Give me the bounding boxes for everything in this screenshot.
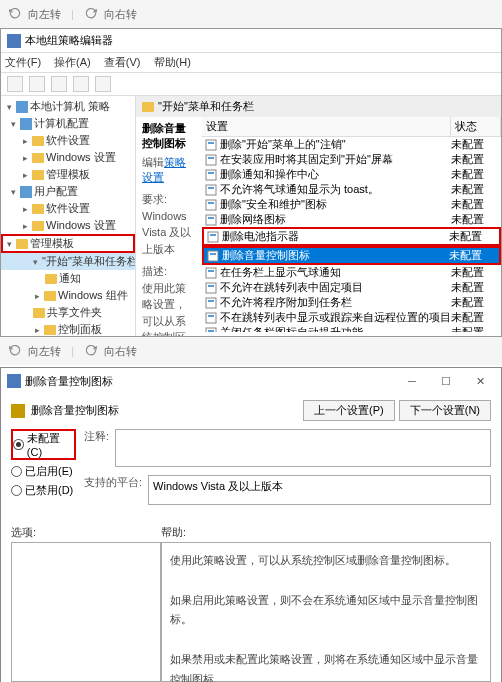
policy-icon bbox=[204, 296, 218, 310]
row-setting: 删除电池指示器 bbox=[222, 229, 449, 244]
col-setting[interactable]: 设置 bbox=[202, 117, 451, 136]
svg-rect-19 bbox=[208, 285, 214, 287]
separator: | bbox=[71, 345, 74, 357]
tree-software[interactable]: ▸软件设置 bbox=[1, 132, 135, 149]
tree-user-config[interactable]: ▾用户配置 bbox=[1, 183, 135, 200]
menu-help[interactable]: 帮助(H) bbox=[154, 56, 191, 68]
user-icon bbox=[20, 186, 32, 198]
policy-icon bbox=[204, 281, 218, 295]
list-row[interactable]: 不允许将气球通知显示为 toast。未配置 bbox=[202, 182, 501, 197]
svg-rect-23 bbox=[208, 315, 214, 317]
tree-notify[interactable]: 通知 bbox=[1, 270, 135, 287]
minimize-button[interactable]: ─ bbox=[397, 372, 427, 390]
policy-icon bbox=[204, 183, 218, 197]
list-row[interactable]: 关闭任务栏图标自动提升功能未配置 bbox=[202, 325, 501, 332]
svg-rect-21 bbox=[208, 300, 214, 302]
row-state: 未配置 bbox=[449, 248, 497, 263]
radio-disabled[interactable]: 已禁用(D) bbox=[11, 483, 76, 498]
row-state: 未配置 bbox=[451, 182, 499, 197]
tree-pane[interactable]: ▾本地计算机 策略 ▾计算机配置 ▸软件设置 ▸Windows 设置 ▸管理模板… bbox=[1, 96, 136, 336]
prev-setting-button[interactable]: 上一个设置(P) bbox=[303, 400, 395, 421]
tb-up[interactable] bbox=[51, 76, 67, 92]
rotate-right-icon[interactable] bbox=[84, 6, 98, 22]
dialog-titlebar[interactable]: 删除音量控制图标 ─ ☐ ✕ bbox=[1, 368, 501, 394]
folder-icon bbox=[32, 204, 44, 214]
svg-rect-20 bbox=[206, 298, 216, 308]
maximize-button[interactable]: ☐ bbox=[431, 372, 461, 390]
row-state: 未配置 bbox=[451, 295, 499, 310]
comment-field[interactable] bbox=[115, 429, 491, 467]
tb-back[interactable] bbox=[7, 76, 23, 92]
list-header[interactable]: 设置 状态 bbox=[202, 117, 501, 137]
separator: | bbox=[71, 8, 74, 20]
tree-windows[interactable]: ▸Windows 设置 bbox=[1, 149, 135, 166]
close-button[interactable]: ✕ bbox=[465, 372, 495, 390]
options-box bbox=[11, 542, 161, 682]
row-setting: 不允许在跳转列表中固定项目 bbox=[220, 280, 451, 295]
dialog-icon bbox=[7, 374, 21, 388]
menu-file[interactable]: 文件(F) bbox=[5, 56, 41, 68]
rotate-left-label[interactable]: 向左转 bbox=[28, 344, 61, 359]
list-row[interactable]: 删除通知和操作中心未配置 bbox=[202, 167, 501, 182]
tree-windows-u[interactable]: ▸Windows 设置 bbox=[1, 217, 135, 234]
folder-icon bbox=[32, 153, 44, 163]
rotate-right-label[interactable]: 向右转 bbox=[104, 344, 137, 359]
tree-shared[interactable]: 共享文件夹 bbox=[1, 304, 135, 321]
tree-software-u[interactable]: ▸软件设置 bbox=[1, 200, 135, 217]
tree-admin-templates[interactable]: ▸管理模板 bbox=[1, 166, 135, 183]
rotate-right-label[interactable]: 向右转 bbox=[104, 7, 137, 22]
tb-forward[interactable] bbox=[29, 76, 45, 92]
row-setting: 在安装应用时将其固定到"开始"屏幕 bbox=[220, 152, 451, 167]
svg-rect-12 bbox=[208, 232, 218, 242]
menu-view[interactable]: 查看(V) bbox=[104, 56, 141, 68]
row-state: 未配置 bbox=[451, 197, 499, 212]
rotate-bar-top: 向左转 | 向右转 bbox=[0, 0, 502, 28]
app-icon bbox=[7, 34, 21, 48]
list-row[interactable]: 不允许在跳转列表中固定项目未配置 bbox=[202, 280, 501, 295]
tree-wincomp[interactable]: ▸Windows 组件 bbox=[1, 287, 135, 304]
svg-rect-16 bbox=[206, 268, 216, 278]
folder-icon bbox=[33, 308, 45, 318]
list-row[interactable]: 删除"开始"菜单上的"注销"未配置 bbox=[202, 137, 501, 152]
svg-rect-2 bbox=[206, 155, 216, 165]
tb-refresh[interactable] bbox=[73, 76, 89, 92]
list-row[interactable]: 在安装应用时将其固定到"开始"屏幕未配置 bbox=[202, 152, 501, 167]
row-setting: 关闭任务栏图标自动提升功能 bbox=[220, 325, 451, 332]
help-label: 帮助: bbox=[161, 523, 491, 542]
list-row[interactable]: 删除电池指示器未配置 bbox=[202, 227, 501, 246]
row-state: 未配置 bbox=[451, 325, 499, 332]
svg-rect-0 bbox=[206, 140, 216, 150]
tree-computer-config[interactable]: ▾计算机配置 bbox=[1, 115, 135, 132]
list-row[interactable]: 删除音量控制图标未配置 bbox=[202, 246, 501, 265]
radio-enabled[interactable]: 已启用(E) bbox=[11, 464, 76, 479]
list-row[interactable]: 删除"安全和维护"图标未配置 bbox=[202, 197, 501, 212]
row-state: 未配置 bbox=[451, 137, 499, 152]
tree-start-menu[interactable]: ▾"开始"菜单和任务栏 bbox=[1, 253, 135, 270]
folder-icon bbox=[44, 291, 56, 301]
list-row[interactable]: 在任务栏上显示气球通知未配置 bbox=[202, 265, 501, 280]
col-state[interactable]: 状态 bbox=[451, 117, 501, 136]
rotate-right-icon[interactable] bbox=[84, 343, 98, 359]
list-row[interactable]: 删除网络图标未配置 bbox=[202, 212, 501, 227]
policy-name: 删除音量控制图标 bbox=[142, 121, 196, 151]
rotate-left-label[interactable]: 向左转 bbox=[28, 7, 61, 22]
tree-cp[interactable]: ▸控制面板 bbox=[1, 321, 135, 336]
window-titlebar: 本地组策略编辑器 bbox=[1, 29, 501, 53]
rotate-left-icon[interactable] bbox=[8, 6, 22, 22]
list-row[interactable]: 不在跳转列表中显示或跟踪来自远程位置的项目未配置 bbox=[202, 310, 501, 325]
content-pane: "开始"菜单和任务栏 删除音量控制图标 编辑编辑策略设置策略设置 要求:Wind… bbox=[136, 96, 501, 336]
rotate-left-icon[interactable] bbox=[8, 343, 22, 359]
row-setting: 删除网络图标 bbox=[220, 212, 451, 227]
menu-action[interactable]: 操作(A) bbox=[54, 56, 91, 68]
radio-not-configured[interactable]: 未配置(C) bbox=[11, 429, 76, 460]
row-setting: 不在跳转列表中显示或跟踪来自远程位置的项目 bbox=[220, 310, 451, 325]
svg-rect-1 bbox=[208, 142, 214, 144]
settings-list[interactable]: 设置 状态 删除"开始"菜单上的"注销"未配置在安装应用时将其固定到"开始"屏幕… bbox=[202, 117, 501, 336]
list-row[interactable]: 不允许将程序附加到任务栏未配置 bbox=[202, 295, 501, 310]
tree-admin-templates-u[interactable]: ▾管理模板 bbox=[1, 234, 135, 253]
row-state: 未配置 bbox=[451, 167, 499, 182]
tree-root[interactable]: ▾本地计算机 策略 bbox=[1, 98, 135, 115]
menu-bar[interactable]: 文件(F) 操作(A) 查看(V) 帮助(H) bbox=[1, 53, 501, 73]
tb-help[interactable] bbox=[95, 76, 111, 92]
next-setting-button[interactable]: 下一个设置(N) bbox=[399, 400, 491, 421]
